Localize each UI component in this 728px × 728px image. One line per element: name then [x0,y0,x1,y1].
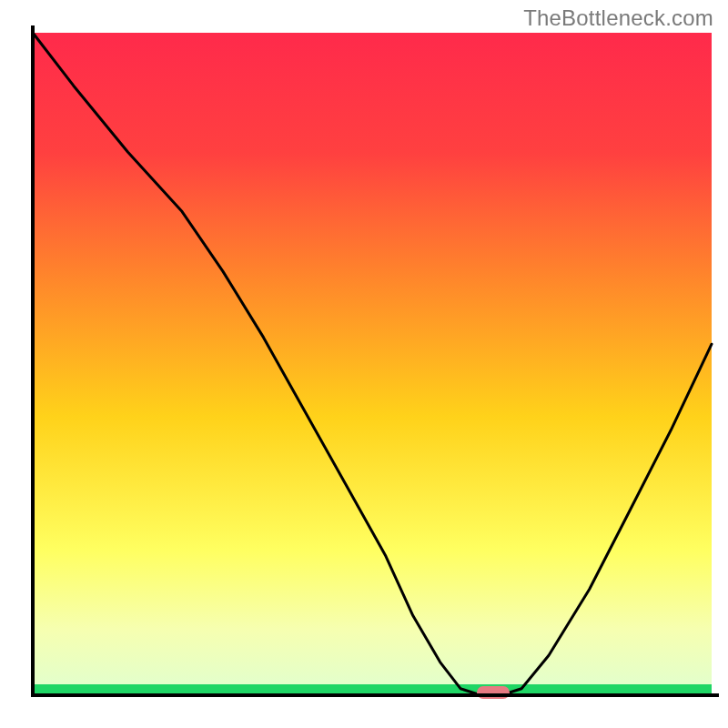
chart-container: TheBottleneck.com [0,0,728,728]
bottleneck-chart [0,0,728,728]
plot-background [33,33,712,695]
